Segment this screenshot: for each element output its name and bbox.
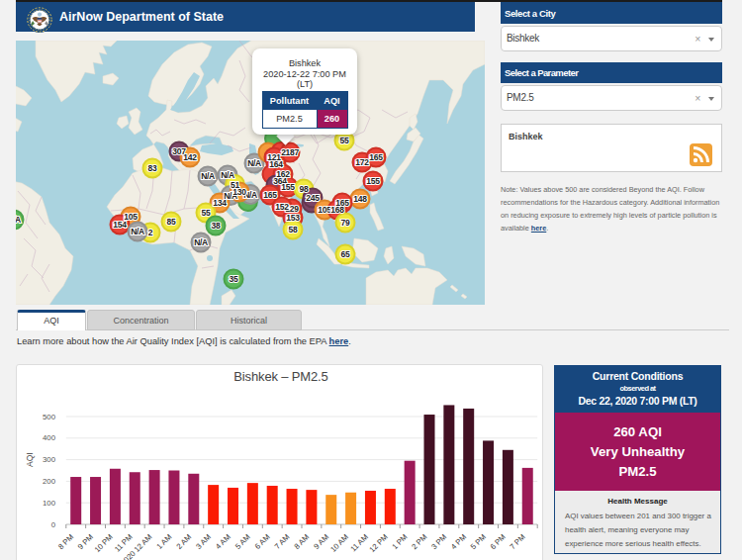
svg-text:130: 130 [232, 187, 246, 197]
svg-text:155: 155 [366, 176, 380, 186]
svg-text:155: 155 [281, 182, 295, 192]
svg-text:164: 164 [269, 159, 283, 169]
svg-text:55: 55 [340, 136, 349, 145]
svg-text:152: 152 [275, 202, 289, 212]
svg-text:38: 38 [212, 221, 221, 231]
svg-text:1 AM: 1 AM [155, 532, 174, 551]
svg-text:2 AM: 2 AM [174, 532, 193, 551]
svg-text:2187: 2187 [281, 147, 299, 157]
svg-text:7 AM: 7 AM [273, 532, 292, 551]
svg-text:8 PM: 8 PM [56, 532, 75, 551]
svg-text:2: 2 [148, 228, 153, 237]
svg-text:172: 172 [355, 157, 369, 167]
svg-text:153: 153 [286, 213, 300, 223]
svg-text:N/A: N/A [16, 215, 21, 225]
svg-text:300: 300 [43, 455, 56, 464]
svg-text:245: 245 [306, 193, 320, 203]
svg-text:N/A: N/A [221, 170, 234, 180]
svg-text:162: 162 [276, 169, 290, 179]
svg-text:8 AM: 8 AM [293, 532, 312, 551]
svg-text:1 PM: 1 PM [391, 532, 410, 551]
svg-text:0: 0 [51, 520, 56, 529]
svg-text:6 AM: 6 AM [253, 532, 272, 551]
svg-text:Bishkek – PM2.5: Bishkek – PM2.5 [233, 369, 327, 384]
svg-text:105: 105 [318, 205, 331, 215]
svg-text:165: 165 [369, 152, 383, 162]
svg-text:58: 58 [289, 225, 298, 234]
svg-text:9 AM: 9 AM [312, 532, 330, 551]
svg-text:3 AM: 3 AM [194, 532, 213, 551]
svg-text:142: 142 [183, 152, 197, 162]
svg-text:7 PM: 7 PM [509, 532, 527, 551]
svg-text:200: 200 [43, 477, 56, 486]
svg-text:6 PM: 6 PM [489, 532, 508, 551]
svg-text:400: 400 [43, 433, 56, 442]
svg-text:11 AM: 11 AM [348, 532, 369, 553]
svg-text:5 PM: 5 PM [469, 532, 488, 551]
svg-text:AQI: AQI [25, 452, 35, 467]
svg-text:N/A: N/A [201, 171, 215, 181]
svg-text:154: 154 [113, 220, 127, 230]
svg-text:65: 65 [341, 249, 350, 259]
svg-text:165: 165 [263, 190, 277, 200]
svg-text:85: 85 [167, 217, 176, 227]
svg-text:N/A: N/A [194, 237, 208, 247]
svg-text:4 AM: 4 AM [214, 532, 232, 551]
svg-text:148: 148 [353, 194, 367, 204]
svg-text:N/A: N/A [131, 227, 144, 236]
svg-text:10 AM: 10 AM [328, 532, 350, 554]
svg-text:35: 35 [230, 274, 238, 284]
svg-text:100: 100 [43, 499, 56, 508]
svg-text:5 AM: 5 AM [233, 532, 252, 551]
svg-text:2 PM: 2 PM [410, 532, 428, 551]
svg-text:79: 79 [341, 218, 350, 228]
svg-text:55: 55 [202, 208, 211, 218]
svg-text:83: 83 [148, 163, 157, 173]
svg-text:500: 500 [43, 413, 56, 421]
svg-text:134: 134 [213, 198, 227, 208]
svg-text:3 PM: 3 PM [429, 532, 448, 551]
svg-text:12 PM: 12 PM [368, 532, 390, 554]
svg-text:168: 168 [330, 205, 344, 215]
svg-text:N/A: N/A [247, 158, 261, 168]
svg-text:4 PM: 4 PM [449, 532, 468, 551]
svg-text:10 PM: 10 PM [93, 532, 115, 554]
